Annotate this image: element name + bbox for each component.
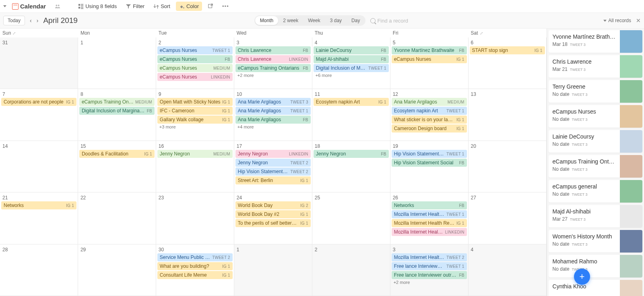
record-card[interactable]: Cynthia Khoo [549,280,642,296]
range-day[interactable]: Day [347,16,365,25]
view-menu-dropdown[interactable] [3,5,6,7]
calendar-event[interactable]: Hip Vision Statement Soc…TWEET 1 [392,150,467,158]
record-card[interactable]: Yvonne Martínez Brathw…Mar 18TWEET 3 [549,30,642,53]
prev-month-button[interactable]: ‹ [27,16,34,25]
calendar-cell[interactable]: 23 [156,193,234,244]
calendar-cell[interactable]: 27 [469,193,547,244]
calendar-cell[interactable]: 10Ana Marie ArgilagosTWEET 3Ana Marie Ar… [234,89,312,141]
calendar-event[interactable]: Free lance Interviewer outreachFB [392,271,467,279]
record-card[interactable]: Chris LawrenceMar 21TWEET 3 [549,55,642,78]
range-week[interactable]: Week [303,16,325,25]
calendar-event[interactable]: Ana Marie ArgilagosFB [235,116,311,124]
calendar-event[interactable]: Jenny NegronLINKEDIN [235,150,311,158]
calendar-event[interactable]: World Book Day #2IG 1 [235,210,311,218]
calendar-event[interactable]: START stop signIG 1 [470,46,545,54]
calendar-cell[interactable]: 4Lainie DeCoursyFBMajd Al-shihabiFBDigit… [312,37,390,89]
calendar-event[interactable]: eCampus NursesTWEET 1 [157,46,233,54]
calendar-cell[interactable]: 16Jenny NegronMEDIUM [156,141,234,193]
calendar-cell[interactable]: 21NetworksIG 1 [0,193,78,244]
search-box[interactable]: Find a record [370,18,427,24]
calendar-cell[interactable]: 19Hip Vision Statement Soc…TWEET 1Hip Vi… [390,141,469,193]
calendar-event[interactable]: Ana Marie ArgilagosTWEET 3 [235,98,311,106]
calendar-cell[interactable]: 7Corporations are not peopleIG 1 [0,89,78,141]
calendar-event[interactable]: Digital Inclusion of Marginalize…FB [79,107,155,115]
calendar-event[interactable]: eCampus NursesIG 1 [392,55,467,63]
add-record-fab[interactable]: + [574,269,590,285]
calendar-event[interactable]: Hip Vision Statement Soc…TWEET 2 [235,168,311,176]
calendar-event[interactable]: NetworksFB [392,201,467,209]
show-more-events[interactable]: +4 more [235,124,311,130]
calendar-cell[interactable]: 2eCampus NursesTWEET 1eCampus NursesFBeC… [156,37,234,89]
today-button[interactable]: Today [3,16,25,25]
calendar-cell[interactable]: 1 [234,244,312,296]
calendar-cell[interactable]: 29 [78,244,156,296]
calendar-event[interactable]: Chris LawrenceLINKEDIN [235,55,311,63]
calendar-cell[interactable]: 14 [0,141,78,193]
view-switcher[interactable]: Calendar [9,1,49,11]
calendar-event[interactable]: Majd Al-shihabiFB [314,55,389,63]
calendar-event[interactable]: eCampus NursesFB [157,55,233,63]
calendar-event[interactable]: What are you building?IG 1 [157,262,233,270]
show-more-events[interactable]: +3 more [157,124,233,130]
close-sidepanel-button[interactable]: ✕ [636,17,641,24]
calendar-cell[interactable]: 30Service Menu Public DraftTWEET 2What a… [156,244,234,296]
calendar-event[interactable]: Free lance Interviewer ou…TWEET 1 [392,262,467,270]
calendar-cell[interactable]: 3Mozilla Internet Health R…TWEET 2Free l… [390,244,469,296]
calendar-cell[interactable]: 26NetworksFBMozilla Internet Health Re…T… [390,193,469,244]
calendar-cell[interactable]: 24World Book DayIG 2World Book Day #2IG … [234,193,312,244]
record-card[interactable]: eCampus NursesNo dateTWEET 3 [549,105,642,128]
record-card[interactable]: Lainie DeCoursyNo dateTWEET 3 [549,130,642,153]
calendar-event[interactable]: Service Menu Public DraftTWEET 2 [157,253,233,261]
range-3day[interactable]: 3 day [325,16,347,25]
record-card[interactable]: Terry GreeneNo dateTWEET 3 [549,80,642,103]
calendar-event[interactable]: Mozilla Internet Health R…LINKEDIN [392,228,467,236]
calendar-event[interactable]: eCampus NursesMEDIUM [157,64,233,72]
calendar-event[interactable]: To the perils of self bettermentIG 1 [235,219,311,227]
range-month[interactable]: Month [255,16,278,25]
sort-button[interactable]: Sort [150,2,173,11]
fields-button[interactable]: Using 8 fields [75,2,120,11]
record-card[interactable]: Women's History MonthNo dateTWEET 3 [549,230,642,253]
calendar-cell[interactable]: 28 [0,244,78,296]
calendar-event[interactable]: Mozilla Internet Health R…TWEET 2 [392,253,467,261]
calendar-event[interactable]: Jenny NegronTWEET 2 [235,159,311,167]
calendar-event[interactable]: Lainie DeCoursyFB [314,46,389,54]
calendar-cell[interactable]: 13 [469,89,547,141]
calendar-event[interactable]: Cameroon Design boardIG 1 [392,124,467,132]
show-more-events[interactable]: +6 more [313,72,389,79]
calendar-event[interactable]: Ana Marie ArgilagosMEDIUM [392,98,467,106]
calendar-event[interactable]: World Book DayIG 2 [235,201,311,209]
next-month-button[interactable]: › [34,16,41,25]
calendar-event[interactable]: Open Matt with Sticky NotesIG 1 [157,98,233,106]
all-records-dropdown[interactable]: All records [603,18,633,23]
calendar-cell[interactable]: 22 [78,193,156,244]
calendar-event[interactable]: Chris LawrenceFB [235,46,311,54]
calendar-cell[interactable]: 8eCampus Training Ontaria…MEDIUMDigital … [78,89,156,141]
calendar-cell[interactable]: 15Doodles & FacilitationIG 1 [78,141,156,193]
calendar-event[interactable]: eCampus Training OntariansFB [235,64,311,72]
calendar-event[interactable]: Consultant Life MemeIG 1 [157,271,233,279]
collaborators-button[interactable] [52,2,64,11]
calendar-event[interactable]: Yvonne Martínez BrathwaiteFB [392,46,467,54]
calendar-event[interactable]: Street Art: BerlinIG 1 [235,176,311,184]
range-2week[interactable]: 2 week [278,16,303,25]
calendar-event[interactable]: Gallary Walk collageIG 1 [157,116,233,124]
record-card[interactable]: eCampus generalNo dateTWEET 3 [549,180,642,203]
calendar-event[interactable]: eCampus Training Ontaria…MEDIUM [79,98,155,106]
record-card[interactable]: eCampus Training Ontari…No dateTWEET 3 [549,155,642,178]
record-card[interactable]: Majd Al-shihabiMar 27TWEET 3 [549,205,642,228]
share-button[interactable] [204,2,217,11]
calendar-event[interactable]: Digital Inclusion of Margi…TWEET 1 [314,64,389,72]
calendar-event[interactable]: eCampus NursesLINKEDIN [157,73,233,81]
calendar-event[interactable]: Hip Vision Statement SocialFB [392,159,467,167]
calendar-event[interactable]: IFC - CameroonIG 1 [157,107,233,115]
record-card[interactable]: Mohamed RahmoNo dateTWEET 3 [549,255,642,277]
calendar-event[interactable]: Corporations are not peopleIG 1 [1,98,76,106]
calendar-cell[interactable]: 4 [469,244,547,296]
calendar-cell[interactable]: 31 [0,37,78,89]
calendar-event[interactable]: Mozilla Internet Health Report…IG 1 [392,219,467,227]
calendar-event[interactable]: NetworksIG 1 [1,201,76,209]
calendar-cell[interactable]: 3Chris LawrenceFBChris LawrenceLINKEDINe… [234,37,312,89]
calendar-event[interactable]: Ecosytem napkin ArtTWEET 1 [392,107,467,115]
calendar-cell[interactable]: 12Ana Marie ArgilagosMEDIUMEcosytem napk… [390,89,469,141]
